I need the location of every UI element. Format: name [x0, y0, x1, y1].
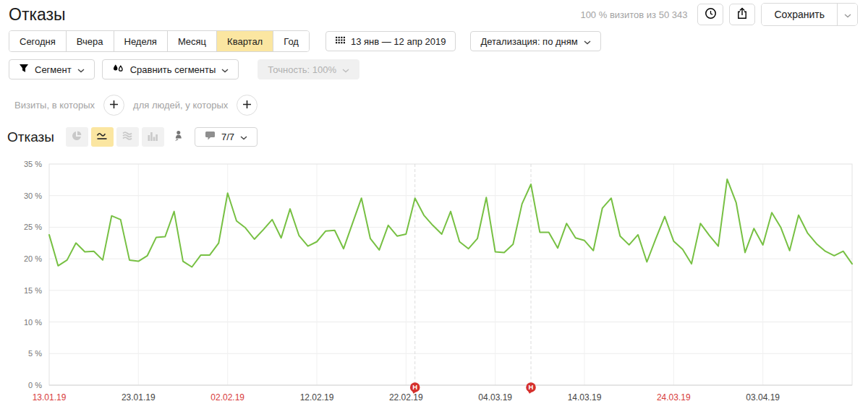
x-axis-label: 22.02.19 — [389, 392, 423, 402]
bounce-rate-chart[interactable]: 0 %5 %10 %15 %20 %25 %30 %35 %НН13.01.19… — [0, 0, 868, 409]
svg-text:Н: Н — [529, 383, 534, 391]
plot-border — [49, 164, 852, 385]
y-axis-label: 10 % — [24, 318, 42, 327]
svg-text:Н: Н — [412, 383, 417, 391]
y-axis-label: 15 % — [24, 286, 42, 295]
y-axis-label: 5 % — [28, 349, 42, 358]
x-axis-label: 14.03.19 — [568, 392, 602, 402]
y-axis-label: 20 % — [24, 254, 42, 263]
x-axis-label: 03.04.19 — [746, 392, 780, 402]
x-axis-label: 02.02.19 — [210, 392, 244, 402]
x-axis-label: 23.01.19 — [122, 392, 156, 402]
yandex-metrica-bounces-page: Отказы 100 % визитов из 50 343 Сохранить… — [0, 0, 868, 409]
holiday-marker-badge[interactable]: Н — [526, 382, 536, 394]
y-axis-label: 25 % — [24, 223, 42, 231]
y-axis-label: 0 % — [28, 381, 42, 389]
x-axis-label: 04.03.19 — [478, 392, 512, 402]
y-axis-label: 30 % — [24, 191, 42, 200]
y-axis-label: 35 % — [24, 160, 42, 168]
x-axis-label: 24.03.19 — [657, 392, 691, 402]
bounce-rate-line[interactable] — [49, 179, 852, 267]
x-axis-label: 13.01.19 — [33, 392, 67, 402]
x-axis-label: 12.02.19 — [300, 392, 334, 402]
